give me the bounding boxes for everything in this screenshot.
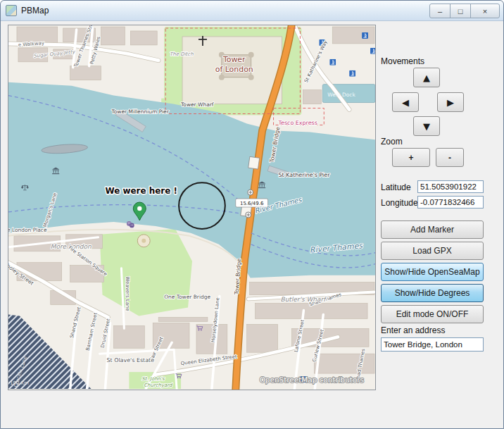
map-label: Tower Wharf	[180, 101, 214, 108]
titlebar[interactable]: PBMap – □ ×	[1, 1, 503, 21]
minimize-button[interactable]: –	[429, 4, 451, 18]
movements-label: Movements	[381, 56, 424, 66]
address-label: Enter an address	[381, 325, 445, 335]
latitude-input[interactable]	[417, 180, 484, 193]
longitude-input[interactable]	[417, 196, 484, 209]
toggle-openseamap-button[interactable]: Show/Hide OpenSeaMap	[381, 263, 484, 281]
maximize-button[interactable]: □	[450, 4, 471, 18]
map-label: OpenStreetMap contributors	[260, 375, 364, 384]
load-gpx-button[interactable]: Load GPX	[381, 242, 484, 260]
app-icon	[6, 5, 17, 16]
map-label: St. John's	[141, 376, 165, 382]
map-label: More London Place	[8, 227, 47, 233]
map-label: Churchyard	[144, 383, 173, 388]
zoom-out-button[interactable]: -	[436, 148, 464, 167]
marina-icon	[370, 48, 375, 54]
address-input[interactable]	[381, 337, 484, 352]
map-label: St Katherine's Pier	[279, 172, 331, 178]
marina-icon	[349, 70, 355, 77]
move-down-button[interactable]: ▼	[413, 116, 440, 136]
close-button[interactable]: ×	[470, 4, 500, 18]
longitude-label: Longitude	[381, 198, 418, 208]
caption-buttons: – □ ×	[430, 4, 500, 18]
marina-icon	[329, 59, 336, 66]
bridge-tower-north	[248, 156, 260, 169]
map-label: 190 Km	[10, 380, 29, 386]
map-canvas[interactable]: e WalkwaySugar Quay JettyTower Thames St…	[8, 25, 376, 390]
map-label: Tesco Express	[278, 120, 317, 126]
zoom-label: Zoom	[381, 137, 403, 147]
map-label: 15.6/49.6	[240, 201, 263, 206]
map-label: of London	[215, 65, 253, 74]
window-title: PBMap	[21, 6, 49, 15]
edit-mode-button[interactable]: Edit mode ON/OFF	[381, 305, 484, 323]
zoom-in-button[interactable]: +	[392, 148, 430, 167]
map-label: Weavers Lane	[125, 277, 130, 311]
bandstand-icon	[137, 235, 150, 247]
map-label: We were here !	[105, 186, 177, 196]
map-label: Butler's Wharf	[281, 296, 328, 303]
map-label: St Olave's Estate	[106, 357, 154, 363]
map-label: Tower	[222, 55, 246, 64]
map-label: One Tower Bridge	[164, 294, 210, 300]
toggle-degrees-button[interactable]: Show/Hide Degrees	[381, 284, 484, 302]
marina-icon	[362, 32, 368, 39]
move-left-button[interactable]: ◀	[392, 92, 419, 112]
map-label: Tower Millennium Pier	[111, 108, 169, 115]
map-label: The Ditch	[170, 51, 194, 57]
latitude-label: Latitude	[381, 182, 411, 192]
move-up-button[interactable]: ▲	[413, 68, 440, 87]
app-window: PBMap – □ ×	[0, 0, 504, 429]
move-right-button[interactable]: ▶	[437, 92, 464, 112]
map-label: West Dock	[327, 92, 355, 98]
add-marker-button[interactable]: Add Marker	[381, 220, 484, 239]
